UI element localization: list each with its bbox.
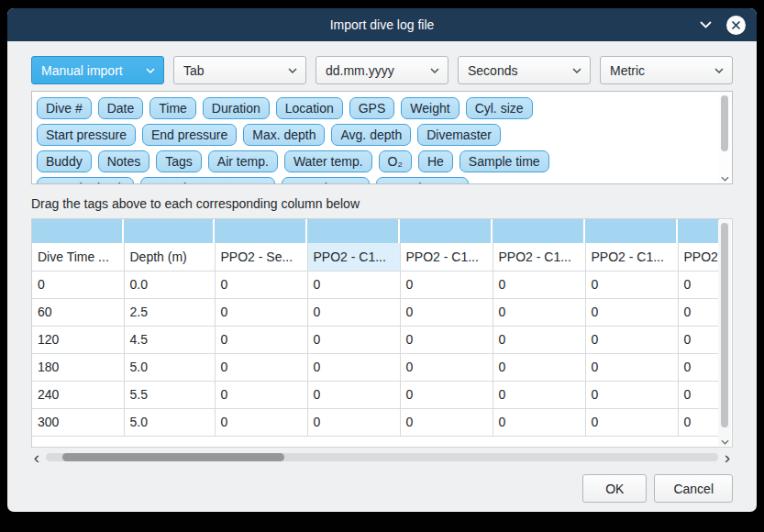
ok-button[interactable]: OK <box>582 474 647 503</box>
table-cell: 0 <box>493 271 585 298</box>
scrollbar-thumb[interactable] <box>62 453 284 461</box>
tag-sample-depth[interactable]: Sample depth <box>37 177 134 183</box>
cancel-button[interactable]: Cancel <box>654 474 733 503</box>
table-cell: 0 <box>678 326 721 353</box>
column-header-3[interactable]: PPO2 - C1... <box>307 243 400 271</box>
tag-divemaster[interactable]: Divemaster <box>417 124 501 146</box>
date-format-select[interactable]: dd.mm.yyyy <box>316 56 448 84</box>
tag-area-scrollbar[interactable] <box>718 93 731 183</box>
table-cell: 0 <box>585 271 678 298</box>
drop-cell-6[interactable] <box>585 219 678 243</box>
scroll-left-icon[interactable]: ‹ <box>31 451 42 463</box>
data-table: Dive Time ...Depth (m)PPO2 - Se...PPO2 -… <box>32 243 722 437</box>
titlebar[interactable]: Import dive log file <box>7 8 757 41</box>
column-header-5[interactable]: PPO2 - C1... <box>493 243 585 271</box>
tag-buddy[interactable]: Buddy <box>37 150 92 172</box>
table-cell: 0 <box>307 326 400 353</box>
tag-end-pressure[interactable]: End pressure <box>142 124 237 146</box>
drop-cell-4[interactable] <box>400 219 493 243</box>
tag-avg-depth[interactable]: Avg. depth <box>331 124 411 146</box>
table-scrollbar[interactable] <box>718 220 731 446</box>
chevron-down-icon[interactable] <box>718 176 731 182</box>
drop-cell-5[interactable] <box>493 219 585 243</box>
column-header-2[interactable]: PPO2 - Se... <box>215 243 307 271</box>
tag-row: Sample depthSample temperatureSample pO₂… <box>37 177 714 183</box>
scrollbar-thumb[interactable] <box>721 223 728 427</box>
table-cell: 4.5 <box>124 326 215 353</box>
chevron-down-icon[interactable] <box>718 439 731 445</box>
table-row: 00.0000000 <box>32 271 721 298</box>
scrollbar-track[interactable] <box>46 453 718 461</box>
close-button[interactable] <box>726 16 746 35</box>
table-cell: 0 <box>585 326 678 353</box>
column-header-6[interactable]: PPO2 - C1... <box>585 243 678 271</box>
tag-air-temp-[interactable]: Air temp. <box>208 150 278 172</box>
tag-weight[interactable]: Weight <box>401 97 459 119</box>
table-cell: 0.0 <box>124 271 215 298</box>
tag-row: BuddyNotesTagsAir temp.Water temp.O₂HeSa… <box>37 150 714 172</box>
import-options-row: Manual import Tab dd.mm.yyyy Seconds Met… <box>31 56 733 84</box>
tag-o-[interactable]: O₂ <box>379 150 412 172</box>
table-cell: 0 <box>678 271 721 298</box>
table-cell: 0 <box>493 381 585 408</box>
table-cell: 5.5 <box>124 381 215 408</box>
chevron-down-icon <box>430 68 439 73</box>
tag-gps[interactable]: GPS <box>349 97 395 119</box>
import-source-select[interactable]: Manual import <box>31 56 164 84</box>
drop-cell-2[interactable] <box>215 219 307 243</box>
table-cell: 0 <box>678 381 721 408</box>
tag-sample-cns[interactable]: Sample CNS <box>376 177 469 183</box>
chevron-down-icon <box>288 68 297 73</box>
drop-cell-7[interactable] <box>678 219 721 243</box>
tag-max-depth[interactable]: Max. depth <box>243 124 325 146</box>
field-separator-select[interactable]: Tab <box>173 56 306 84</box>
close-icon <box>731 20 741 30</box>
table-cell: 0 <box>307 271 400 298</box>
table-cell: 0 <box>400 408 493 436</box>
table-cell: 5.0 <box>124 353 215 381</box>
combo-value: Seconds <box>468 63 572 78</box>
column-header-7[interactable]: PPO2 <box>678 243 721 271</box>
table-row: 2405.5000000 <box>32 381 721 408</box>
tag-notes[interactable]: Notes <box>98 150 150 172</box>
drop-cell-1[interactable] <box>124 219 215 243</box>
tag-sample-time[interactable]: Sample time <box>460 150 549 172</box>
tag-cyl-size[interactable]: Cyl. size <box>466 97 533 119</box>
tag-time[interactable]: Time <box>149 97 196 119</box>
table-cell: 0 <box>215 408 307 436</box>
drop-cell-0[interactable] <box>32 219 124 243</box>
scrollbar-thumb[interactable] <box>721 95 728 151</box>
table-cell: 0 <box>215 298 307 326</box>
tag-he[interactable]: He <box>418 150 453 172</box>
table-cell: 2.5 <box>124 298 215 326</box>
scroll-right-icon[interactable]: › <box>722 451 733 463</box>
column-header-0[interactable]: Dive Time ... <box>32 243 124 271</box>
units-select[interactable]: Metric <box>600 56 733 84</box>
tag-sample-po-[interactable]: Sample pO₂ <box>282 177 369 183</box>
table-cell: 0 <box>400 353 493 381</box>
column-header-1[interactable]: Depth (m) <box>124 243 215 271</box>
time-format-select[interactable]: Seconds <box>458 56 591 84</box>
table-cell: 0 <box>493 326 585 353</box>
tag-duration[interactable]: Duration <box>203 97 270 119</box>
table-cell: 0 <box>493 353 585 381</box>
import-dialog-window: Import dive log file Manual import Tab d… <box>7 8 757 512</box>
column-header-row: Dive Time ...Depth (m)PPO2 - Se...PPO2 -… <box>32 243 721 271</box>
tag-date[interactable]: Date <box>98 97 144 119</box>
horizontal-scrollbar[interactable]: ‹ › <box>31 450 733 464</box>
table-cell: 0 <box>307 353 400 381</box>
titlebar-buttons <box>700 8 746 41</box>
tag-water-temp-[interactable]: Water temp. <box>284 150 372 172</box>
table-cell: 0 <box>307 298 400 326</box>
table-cell: 120 <box>32 326 124 353</box>
drop-cell-3[interactable] <box>307 219 400 243</box>
column-header-4[interactable]: PPO2 - C1... <box>400 243 493 271</box>
tag-start-pressure[interactable]: Start pressure <box>37 124 136 146</box>
tag-tags[interactable]: Tags <box>156 150 202 172</box>
tag-dive-[interactable]: Dive # <box>37 97 92 119</box>
tag-sample-temperature[interactable]: Sample temperature <box>140 177 275 183</box>
table-row: 1805.0000000 <box>32 353 721 381</box>
table-cell: 300 <box>32 408 124 436</box>
chevron-down-icon[interactable] <box>700 21 712 28</box>
tag-location[interactable]: Location <box>276 97 343 119</box>
